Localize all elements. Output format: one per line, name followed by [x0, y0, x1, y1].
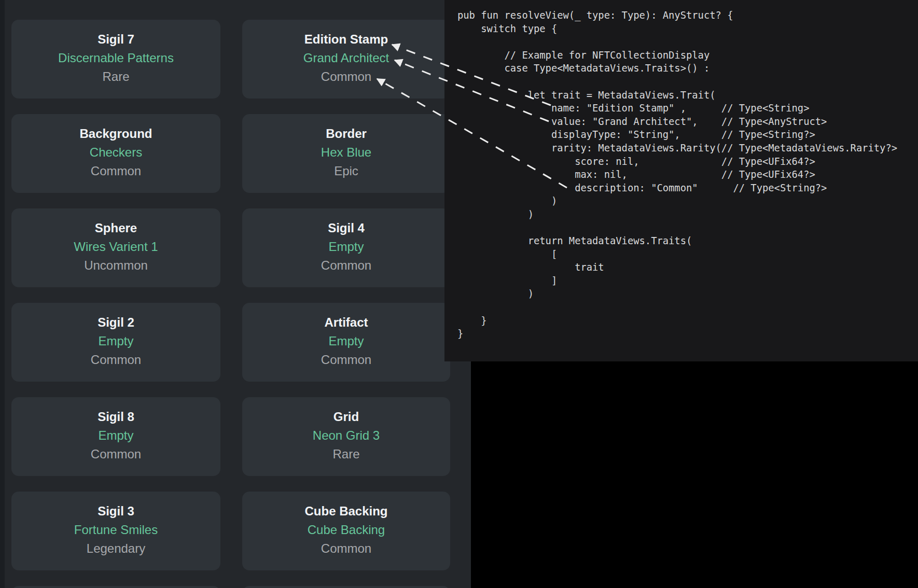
- trait-card: Sigil 8EmptyCommon: [11, 397, 220, 476]
- trait-card: Sigil 3Fortune SmilesLegendary: [11, 492, 220, 570]
- trait-card-partial: [11, 586, 220, 588]
- trait-rarity: Common: [242, 67, 450, 86]
- trait-value: Empty: [11, 332, 220, 351]
- trait-value: Cube Backing: [242, 521, 450, 539]
- trait-value: Empty: [242, 332, 450, 351]
- trait-rarity: Common: [242, 351, 450, 369]
- trait-name: Cube Backing: [242, 502, 450, 521]
- trait-name: Grid: [242, 408, 450, 426]
- trait-rarity: Common: [242, 256, 450, 275]
- trait-name: Edition Stamp: [242, 30, 450, 49]
- trait-name: Sigil 3: [11, 502, 220, 521]
- trait-card-grid: Sigil 7Discernable PatternsRareEdition S…: [11, 20, 450, 588]
- trait-value: Hex Blue: [242, 143, 450, 162]
- trait-rarity: Common: [11, 351, 220, 369]
- trait-name: Sigil 8: [11, 408, 220, 426]
- trait-value: Grand Architect: [242, 49, 450, 67]
- cadence-code-block: pub fun resolveView(_ type: Type): AnySt…: [444, 0, 918, 341]
- trait-name: Border: [242, 124, 450, 143]
- trait-rarity: Epic: [242, 162, 450, 180]
- panel-left-edge: [0, 0, 5, 588]
- trait-value: Discernable Patterns: [11, 49, 220, 67]
- trait-card: Edition StampGrand ArchitectCommon: [242, 20, 450, 99]
- trait-rarity: Common: [242, 539, 450, 558]
- trait-card-partial: [242, 586, 450, 588]
- trait-rarity: Rare: [242, 445, 450, 464]
- trait-card: GridNeon Grid 3Rare: [242, 397, 450, 476]
- trait-value: Checkers: [11, 143, 220, 162]
- trait-name: Background: [11, 124, 220, 143]
- trait-card: Sigil 7Discernable PatternsRare: [11, 20, 220, 99]
- trait-card: ArtifactEmptyCommon: [242, 303, 450, 382]
- trait-card: SphereWires Varient 1Uncommon: [11, 208, 220, 287]
- trait-value: Neon Grid 3: [242, 426, 450, 445]
- trait-rarity: Common: [11, 162, 220, 180]
- trait-name: Sigil 7: [11, 30, 220, 49]
- code-panel: pub fun resolveView(_ type: Type): AnySt…: [444, 0, 918, 361]
- trait-name: Sigil 4: [242, 219, 450, 237]
- trait-rarity: Common: [11, 445, 220, 464]
- nft-trait-metadata-screen: Sigil 7Discernable PatternsRareEdition S…: [0, 0, 918, 588]
- trait-value: Empty: [11, 426, 220, 445]
- trait-card: Sigil 2EmptyCommon: [11, 303, 220, 382]
- trait-rarity: Uncommon: [11, 256, 220, 275]
- trait-value: Empty: [242, 237, 450, 256]
- trait-rarity: Legendary: [11, 539, 220, 558]
- trait-card: BackgroundCheckersCommon: [11, 114, 220, 193]
- trait-value: Fortune Smiles: [11, 521, 220, 539]
- trait-card: BorderHex BlueEpic: [242, 114, 450, 193]
- trait-card: Sigil 4EmptyCommon: [242, 208, 450, 287]
- trait-name: Sphere: [11, 219, 220, 237]
- trait-rarity: Rare: [11, 67, 220, 86]
- traits-panel: Sigil 7Discernable PatternsRareEdition S…: [0, 0, 471, 588]
- trait-card: Cube BackingCube BackingCommon: [242, 492, 450, 570]
- trait-value: Wires Varient 1: [11, 237, 220, 256]
- trait-name: Artifact: [242, 313, 450, 332]
- trait-name: Sigil 2: [11, 313, 220, 332]
